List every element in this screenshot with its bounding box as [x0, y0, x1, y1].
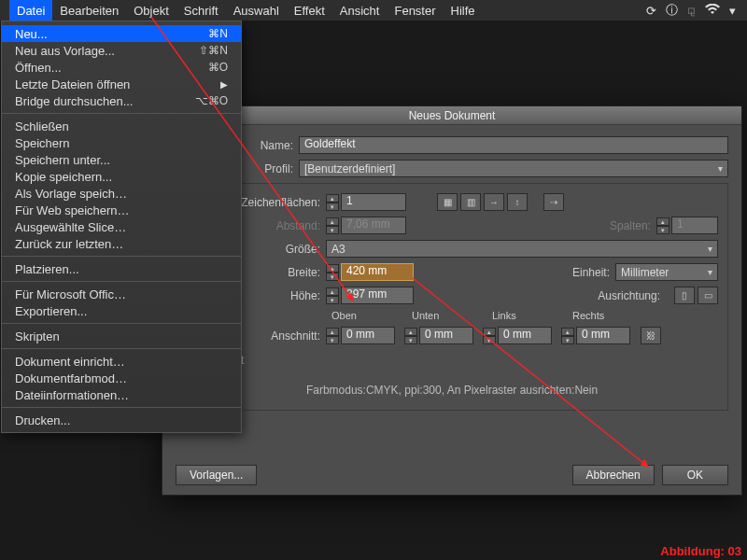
menu-item[interactable]: Neu...⌘N — [2, 25, 241, 42]
menu-item[interactable]: Neu aus Vorlage...⇧⌘N — [2, 42, 241, 59]
bleed-right-input[interactable]: 0 mm — [576, 327, 630, 344]
ok-button[interactable]: OK — [662, 465, 728, 485]
menu-item[interactable]: Kopie speichern... — [2, 168, 241, 185]
figure-caption: Abbildung: 03 — [660, 544, 741, 558]
new-document-dialog: Neues Dokument Name: Goldeffekt Profil: … — [162, 105, 742, 496]
bleed-left-input[interactable]: 0 mm — [498, 327, 552, 344]
link-bleed-icon[interactable]: ⛓ — [641, 327, 661, 344]
menu-item[interactable]: Speichern unter... — [2, 151, 241, 168]
columns-stepper: ▴▾ — [656, 217, 669, 234]
bleed-top-label: Oben — [331, 310, 412, 321]
menu-bearbeiten[interactable]: Bearbeiten — [52, 0, 126, 21]
columns-input: 1 — [671, 217, 718, 234]
menu-item[interactable]: Dateiinformationen… — [2, 386, 241, 403]
menu-item[interactable]: Ausgewählte Slice… — [2, 218, 241, 235]
height-input[interactable]: 297 mm — [341, 287, 414, 304]
menu-item[interactable]: Bridge durchsuchen...⌥⌘O — [2, 92, 241, 109]
menu-item[interactable]: Zurück zur letzten… — [2, 235, 241, 252]
menu-item[interactable]: Platzieren... — [2, 260, 241, 277]
columns-label: Spalten: — [610, 219, 656, 232]
menu-item[interactable]: Als Vorlage speich… — [2, 185, 241, 202]
bleed-right-stepper[interactable]: ▴▾ — [561, 328, 574, 344]
menubar-status-icons: ⟳ ⓘ ⚼ ▾ — [646, 2, 747, 19]
menu-ansicht[interactable]: Ansicht — [332, 0, 388, 21]
settings-panel: Anzahl an Zeichenflächen: ▴▾ 1 ▦ ▥ → ↕ ⇢… — [176, 183, 728, 411]
menu-fenster[interactable]: Fenster — [387, 0, 443, 21]
spacing-input: 7,06 mm — [341, 217, 406, 234]
menu-item[interactable]: Drucken... — [2, 412, 241, 428]
bleed-bottom-input[interactable]: 0 mm — [419, 327, 473, 344]
width-input[interactable]: 420 mm — [341, 263, 414, 281]
unit-dropdown[interactable]: Millimeter — [615, 263, 718, 281]
bleed-left-label: Links — [492, 310, 572, 321]
row-ltr-icon[interactable]: → — [484, 193, 504, 211]
sync-icon: ⟳ — [646, 4, 656, 18]
name-input[interactable]: Goldeffekt — [299, 136, 728, 154]
info-icon: ⓘ — [666, 2, 678, 19]
menu-item[interactable]: Letzte Dateien öffnen▶ — [2, 76, 241, 92]
dialog-title: Neues Dokument — [162, 106, 741, 125]
bleed-right-label: Rechts — [572, 310, 640, 321]
document-summary: Farbmodus:CMYK, ppi:300, An Pixelraster … — [186, 384, 718, 397]
orientation-portrait-icon[interactable]: ▯ — [674, 287, 695, 304]
templates-button[interactable]: Vorlagen... — [176, 465, 257, 485]
orientation-landscape-icon[interactable]: ▭ — [698, 287, 718, 304]
dropdown-icon: ▾ — [729, 4, 736, 18]
wifi-icon — [705, 4, 720, 18]
menu-item[interactable]: Skripten — [2, 328, 241, 344]
unit-label: Einheit: — [572, 266, 615, 279]
file-menu-dropdown: Neu...⌘NNeu aus Vorlage...⇧⌘NÖffnen...⌘O… — [1, 21, 242, 433]
bleed-top-input[interactable]: 0 mm — [341, 327, 395, 344]
profile-dropdown[interactable]: [Benutzerdefiniert] — [299, 160, 728, 177]
grid-by-row-icon[interactable]: ▦ — [437, 193, 458, 211]
menu-hilfe[interactable]: Hilfe — [444, 0, 483, 21]
cancel-button[interactable]: Abbrechen — [572, 465, 655, 485]
spacing-stepper: ▴▾ — [326, 217, 339, 234]
menu-item[interactable]: Für Microsoft Offic… — [2, 286, 241, 302]
artboards-stepper[interactable]: ▴▾ — [326, 194, 339, 211]
menu-item[interactable]: Speichern — [2, 134, 241, 151]
menu-item[interactable]: Öffnen...⌘O — [2, 59, 241, 76]
artboards-input[interactable]: 1 — [341, 193, 406, 211]
width-stepper[interactable]: ▴▾ — [326, 264, 339, 281]
bleed-bottom-stepper[interactable]: ▴▾ — [404, 328, 417, 344]
menu-item[interactable]: Schließen — [2, 118, 241, 134]
rearrange-icon[interactable]: ⇢ — [543, 193, 564, 211]
menu-item[interactable]: Dokument einricht… — [2, 353, 241, 370]
menu-item[interactable]: Dokumentfarbmod… — [2, 370, 241, 386]
menu-effekt[interactable]: Effekt — [287, 0, 332, 21]
size-dropdown[interactable]: A3 — [326, 240, 718, 258]
bleed-left-stepper[interactable]: ▴▾ — [483, 328, 496, 344]
menu-item[interactable]: Für Web speichern… — [2, 202, 241, 218]
row-rtl-icon[interactable]: ↕ — [507, 193, 528, 211]
bleed-top-stepper[interactable]: ▴▾ — [326, 328, 339, 344]
menu-item[interactable]: Exportieren... — [2, 302, 241, 319]
menu-schrift[interactable]: Schrift — [176, 0, 226, 21]
menubar: Datei Bearbeiten Objekt Schrift Auswahl … — [0, 0, 747, 21]
menu-datei[interactable]: Datei — [9, 0, 52, 21]
menu-objekt[interactable]: Objekt — [126, 0, 176, 21]
menu-auswahl[interactable]: Auswahl — [226, 0, 287, 21]
bleed-bottom-label: Unten — [412, 310, 492, 321]
bluetooth-icon: ⚼ — [687, 3, 696, 18]
advanced-section-toggle[interactable]: ▶ Erweitert — [188, 354, 718, 367]
orientation-label: Ausrichtung: — [598, 289, 666, 302]
height-stepper[interactable]: ▴▾ — [326, 287, 339, 304]
grid-by-col-icon[interactable]: ▥ — [460, 193, 481, 211]
